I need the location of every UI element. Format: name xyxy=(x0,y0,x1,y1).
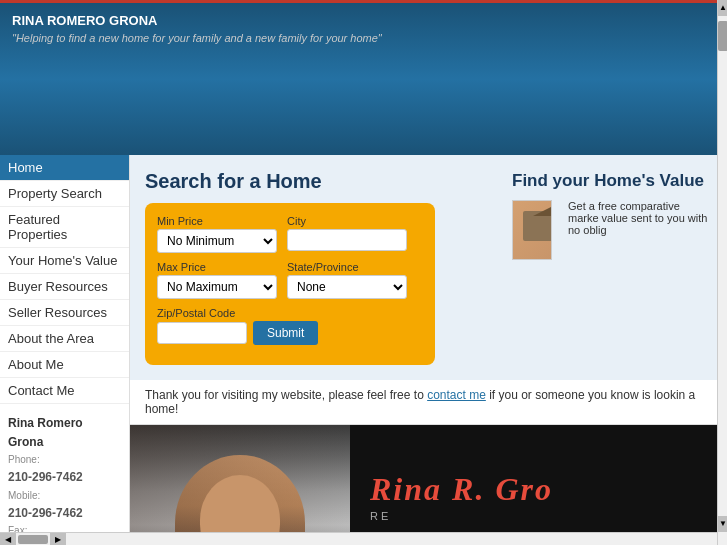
sidebar-item-featured-properties[interactable]: Featured Properties xyxy=(0,207,129,248)
content-area: Search for a Home Min Price No Minimum $… xyxy=(130,155,727,545)
sidebar-item-about-me[interactable]: About Me xyxy=(0,352,129,378)
max-price-select[interactable]: No Maximum $100,000 $200,000 $300,000 $4… xyxy=(157,275,277,299)
sidebar-item-about-area[interactable]: About the Area xyxy=(0,326,129,352)
search-section: Search for a Home Min Price No Minimum $… xyxy=(145,170,497,365)
search-row-2: Max Price No Maximum $100,000 $200,000 $… xyxy=(157,261,423,299)
sidebar: HomeProperty SearchFeatured PropertiesYo… xyxy=(0,155,130,545)
min-price-select[interactable]: No Minimum $50,000 $100,000 $150,000 $20… xyxy=(157,229,277,253)
search-form-box: Min Price No Minimum $50,000 $100,000 $1… xyxy=(145,203,435,365)
scrollbar-vertical[interactable]: ▲ ▼ xyxy=(717,0,727,545)
home-value-description: Get a free comparative marke value sent … xyxy=(568,200,712,260)
search-row-3: Zip/Postal Code Submit xyxy=(157,307,423,345)
header: RINA ROMERO GRONA "Helping to find a new… xyxy=(0,0,727,155)
state-select[interactable]: None TX CA FL xyxy=(287,275,407,299)
scrollbar-horizontal[interactable]: ◀ ▶ xyxy=(0,532,717,545)
agent-name-script: Rina R. Gro xyxy=(370,471,707,508)
scroll-left-arrow[interactable]: ◀ xyxy=(0,533,16,546)
zip-label: Zip/Postal Code xyxy=(157,307,318,319)
agent-name-overlay: Rina R. Gro RE cell 210.296. office 830.… xyxy=(350,425,727,545)
sidebar-item-seller-resources[interactable]: Seller Resources xyxy=(0,300,129,326)
home-value-section: Find your Home's Value Get a free compar… xyxy=(512,170,712,365)
city-group: City xyxy=(287,215,407,253)
zip-input[interactable] xyxy=(157,322,247,344)
sidebar-item-home[interactable]: Home xyxy=(0,155,129,181)
phone-label: Phone: xyxy=(8,452,121,468)
min-price-label: Min Price xyxy=(157,215,277,227)
nav-list: HomeProperty SearchFeatured PropertiesYo… xyxy=(0,155,129,404)
sidebar-item-home-value[interactable]: Your Home's Value xyxy=(0,248,129,274)
city-label: City xyxy=(287,215,407,227)
state-group: State/Province None TX CA FL xyxy=(287,261,407,299)
search-row-1: Min Price No Minimum $50,000 $100,000 $1… xyxy=(157,215,423,253)
search-heading: Search for a Home xyxy=(145,170,497,193)
scroll-right-arrow[interactable]: ▶ xyxy=(50,533,66,546)
state-label: State/Province xyxy=(287,261,407,273)
contact-me-link[interactable]: contact me xyxy=(427,388,486,402)
welcome-bar: Thank you for visiting my website, pleas… xyxy=(130,380,727,425)
sidebar-item-contact-me[interactable]: Contact Me xyxy=(0,378,129,404)
main-layout: HomeProperty SearchFeatured PropertiesYo… xyxy=(0,155,727,545)
city-input[interactable] xyxy=(287,229,407,251)
phone-number: 210-296-7462 xyxy=(8,468,121,487)
mobile-number: 210-296-7462 xyxy=(8,504,121,523)
agent-photo xyxy=(130,425,350,545)
scroll-up-arrow[interactable]: ▲ xyxy=(718,0,727,16)
photo-overlay xyxy=(130,425,350,545)
welcome-text-before: Thank you for visiting my website, pleas… xyxy=(145,388,427,402)
max-price-group: Max Price No Maximum $100,000 $200,000 $… xyxy=(157,261,277,299)
sidebar-agent-name: Rina Romero Grona xyxy=(8,414,121,452)
mobile-label: Mobile: xyxy=(8,488,121,504)
site-title: RINA ROMERO GRONA xyxy=(12,13,715,28)
min-price-group: Min Price No Minimum $50,000 $100,000 $1… xyxy=(157,215,277,253)
sidebar-item-buyer-resources[interactable]: Buyer Resources xyxy=(0,274,129,300)
content-top: Search for a Home Min Price No Minimum $… xyxy=(130,155,727,380)
agent-title: RE xyxy=(370,510,707,522)
zip-group: Zip/Postal Code Submit xyxy=(157,307,318,345)
bottom-photo: Rina R. Gro RE cell 210.296. office 830.… xyxy=(130,425,727,545)
home-value-heading: Find your Home's Value xyxy=(512,170,712,192)
scroll-thumb-vertical[interactable] xyxy=(718,21,727,51)
submit-button[interactable]: Submit xyxy=(253,321,318,345)
sidebar-contact: Rina Romero Grona Phone: 210-296-7462 Mo… xyxy=(0,404,129,545)
home-value-image xyxy=(512,200,552,260)
max-price-label: Max Price xyxy=(157,261,277,273)
sidebar-item-property-search[interactable]: Property Search xyxy=(0,181,129,207)
tagline: "Helping to find a new home for your fam… xyxy=(12,32,715,44)
scroll-down-arrow[interactable]: ▼ xyxy=(718,516,727,532)
scroll-thumb-horizontal[interactable] xyxy=(18,535,48,544)
